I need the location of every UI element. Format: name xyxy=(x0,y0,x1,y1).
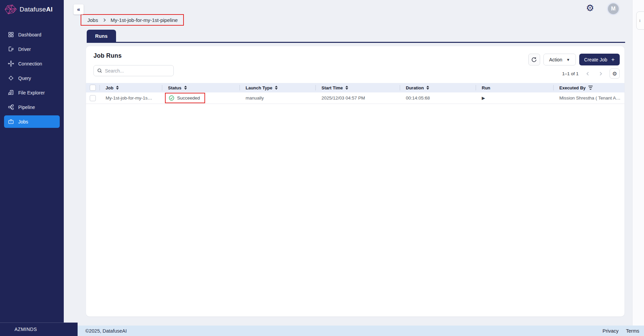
chevron-right-icon xyxy=(103,18,106,22)
sort-icon xyxy=(116,86,119,90)
sidebar-footer: AZMINDS xyxy=(0,323,78,336)
sidebar-collapse-button[interactable]: « xyxy=(74,4,84,15)
column-header-executed-by[interactable]: Executed By xyxy=(553,83,624,92)
column-label: Run xyxy=(482,85,490,90)
row-select-cell xyxy=(86,95,100,101)
sort-icon xyxy=(275,86,278,90)
info-widget[interactable]: i xyxy=(636,11,644,30)
action-label: Action xyxy=(549,57,562,62)
avatar-initial: M xyxy=(611,6,615,12)
filter-icon xyxy=(588,86,593,90)
search-icon xyxy=(97,68,102,73)
pagination-range: 1–1 of 1 xyxy=(562,71,579,76)
launch-type-cell: manually xyxy=(240,95,315,101)
refresh-button[interactable] xyxy=(528,54,540,65)
privacy-link[interactable]: Privacy xyxy=(603,328,619,334)
executed-by-cell: Mission Shrestha ( Tenant A… xyxy=(553,95,624,101)
sidebar-item-query[interactable]: Query xyxy=(4,72,60,84)
sidebar-nav: Dashboard Driver xyxy=(0,28,64,130)
job-runs-table: Job Status Launch Type Start Time Durati… xyxy=(86,83,624,104)
breadcrumb-jobs-link[interactable]: Jobs xyxy=(87,17,98,23)
column-label: Launch Type xyxy=(246,85,272,90)
sort-icon xyxy=(426,86,429,90)
chevron-down-icon: ▼ xyxy=(566,58,570,62)
column-label: Status xyxy=(168,85,181,90)
driver-icon xyxy=(7,46,14,53)
status-cell: Succeeded xyxy=(162,93,240,103)
action-dropdown[interactable]: Action ▼ xyxy=(543,54,576,65)
select-all-cell xyxy=(86,83,100,92)
briefcase-icon xyxy=(7,118,14,125)
play-button[interactable]: ▶ xyxy=(482,95,485,101)
tab-underline xyxy=(87,42,625,43)
create-job-label: Create Job xyxy=(584,57,607,62)
column-label: Job xyxy=(106,85,113,90)
sidebar-item-label: Jobs xyxy=(18,119,28,124)
sidebar-item-pipeline[interactable]: Pipeline xyxy=(4,101,60,113)
settings-gear-icon[interactable]: ⚙ xyxy=(585,3,595,13)
footer: ©2025, DatafuseAI Privacy Terms xyxy=(78,326,644,336)
duration-cell: 00:14:05:68 xyxy=(400,95,476,101)
collapse-icon: « xyxy=(77,6,80,12)
search-input[interactable] xyxy=(105,68,170,74)
start-time-cell: 2025/12/03 04:57 PM xyxy=(315,95,400,101)
sidebar-item-label: Pipeline xyxy=(18,105,35,110)
table-row[interactable]: My-1st-job-for-my-1s… Succeeded manually… xyxy=(86,92,624,104)
column-header-launch-type[interactable]: Launch Type xyxy=(240,83,315,92)
column-header-status[interactable]: Status xyxy=(162,83,240,92)
plus-icon: + xyxy=(611,56,615,63)
sidebar-item-label: Driver xyxy=(18,47,31,52)
terms-link[interactable]: Terms xyxy=(626,328,639,334)
sidebar-item-file-explorer[interactable]: File Explorer xyxy=(4,86,60,99)
controls-row: Action ▼ Create Job + xyxy=(528,54,620,65)
job-runs-panel: Job Runs Action ▼ Create Job + xyxy=(86,46,624,316)
column-header-run: Run xyxy=(476,83,553,92)
column-label: Executed By xyxy=(559,85,586,90)
sidebar-item-label: File Explorer xyxy=(18,90,45,95)
pagination-prev-button[interactable] xyxy=(584,70,591,77)
column-label: Duration xyxy=(406,85,424,90)
table-settings-button[interactable]: ⚙ xyxy=(610,68,620,79)
tab-runs[interactable]: Runs xyxy=(87,30,116,42)
avatar[interactable]: M xyxy=(607,2,620,15)
brand-logo[interactable]: DatafuseAI xyxy=(0,0,64,16)
chevron-left-icon xyxy=(585,71,590,76)
page-title: Job Runs xyxy=(93,52,122,59)
pagination-next-button[interactable] xyxy=(597,70,604,77)
sidebar-item-jobs[interactable]: Jobs xyxy=(4,115,60,128)
sidebar-item-dashboard[interactable]: Dashboard xyxy=(4,28,60,41)
create-job-button[interactable]: Create Job + xyxy=(579,54,620,65)
footer-links: Privacy Terms xyxy=(603,328,639,334)
column-header-duration[interactable]: Duration xyxy=(400,83,476,92)
sort-icon xyxy=(184,86,187,90)
tab-runs-label: Runs xyxy=(95,33,108,39)
select-all-checkbox[interactable] xyxy=(90,85,96,91)
query-icon xyxy=(7,75,14,82)
sidebar-item-label: Query xyxy=(18,76,31,81)
pagination: 1–1 of 1 ⚙ xyxy=(562,68,620,79)
column-header-start-time[interactable]: Start Time xyxy=(315,83,400,92)
sidebar-item-label: Connection xyxy=(18,61,42,66)
brand-name: DatafuseAI xyxy=(20,6,53,13)
sidebar: DatafuseAI Dashboard xyxy=(0,0,64,336)
chevron-right-icon xyxy=(598,71,603,76)
sidebar-item-label: Dashboard xyxy=(18,32,41,37)
sidebar-item-driver[interactable]: Driver xyxy=(4,43,60,55)
sidebar-item-connection[interactable]: Connection xyxy=(4,57,60,70)
copyright-text: ©2025, DatafuseAI xyxy=(85,328,127,334)
file-explorer-icon xyxy=(7,89,14,96)
table-header-row: Job Status Launch Type Start Time Durati… xyxy=(86,83,624,92)
row-checkbox[interactable] xyxy=(90,95,96,101)
refresh-icon xyxy=(531,57,537,63)
connection-icon xyxy=(7,60,14,67)
search-box xyxy=(93,65,174,76)
app-root: DatafuseAI Dashboard xyxy=(0,0,644,336)
run-cell: ▶ xyxy=(476,95,553,101)
datafuse-logo-icon xyxy=(4,3,17,16)
grid-icon xyxy=(7,31,14,38)
status-badge: Succeeded xyxy=(177,95,200,101)
column-header-job[interactable]: Job xyxy=(100,83,162,92)
pipeline-icon xyxy=(7,104,14,111)
column-label: Start Time xyxy=(321,85,343,90)
right-gutter xyxy=(632,0,644,326)
